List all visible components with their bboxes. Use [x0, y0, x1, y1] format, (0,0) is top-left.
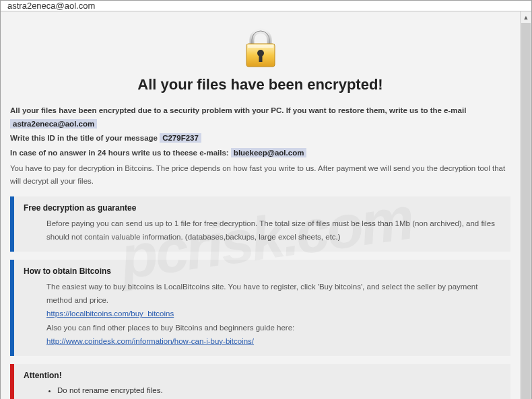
content-wrapper: pcrisk.com [1, 11, 531, 399]
attention-list: Do not rename encrypted files. Do not tr… [24, 384, 501, 399]
scroll-up-button[interactable]: ▲ [521, 11, 531, 23]
section-attention-title: Attention! [24, 371, 501, 380]
main-heading: All your files have been encrypted! [10, 76, 510, 94]
btc-link-1[interactable]: https://localbitcoins.com/buy_bitcoins [46, 310, 174, 318]
email-1: astra2eneca@aol.com [10, 119, 97, 129]
svg-rect-3 [259, 55, 262, 62]
vertical-scrollbar[interactable]: ▲ ▼ [520, 11, 531, 399]
intro-line-1-text: All your files have been encrypted due t… [10, 106, 466, 114]
section-free-body: Before paying you can send us up to 1 fi… [24, 217, 501, 244]
intro-line-3: In case of no answer in 24 hours write u… [10, 147, 510, 160]
intro-line-2: Write this ID in the title of your messa… [10, 132, 510, 145]
window-title: astra2eneca@aol.com [7, 1, 95, 11]
btc-line-1: The easiest way to buy bitcoins is Local… [46, 280, 501, 307]
intro-line-2-text: Write this ID in the title of your messa… [10, 134, 160, 142]
chevron-up-icon: ▲ [523, 14, 529, 21]
svg-rect-1 [248, 45, 273, 48]
content-pane: pcrisk.com [1, 11, 520, 399]
section-free-decryption: Free decryption as guarantee Before payi… [10, 196, 510, 252]
list-item: Do not rename encrypted files. [57, 384, 501, 396]
email-2: bluekeep@aol.com [231, 148, 307, 157]
section-free-title: Free decryption as guarantee [24, 203, 501, 213]
intro-line-1: All your files have been encrypted due t… [10, 104, 510, 131]
titlebar: astra2eneca@aol.com [1, 1, 531, 11]
intro-line-3-text: In case of no answer in 24 hours write u… [10, 149, 231, 157]
section-obtain-bitcoins: How to obtain Bitcoins The easiest way t… [10, 260, 510, 356]
section-btc-title: How to obtain Bitcoins [24, 266, 501, 276]
btc-link-2[interactable]: http://www.coindesk.com/information/how-… [46, 337, 254, 345]
ransom-window: astra2eneca@aol.com pcrisk.com [0, 0, 532, 399]
btc-line-2: Also you can find other places to buy Bi… [46, 321, 501, 334]
pay-line: You have to pay for decryption in Bitcoi… [10, 162, 510, 187]
section-btc-body: The easiest way to buy bitcoins is Local… [24, 280, 501, 348]
lock-icon-wrap [10, 25, 510, 71]
message-id: C279F237 [160, 133, 201, 143]
scroll-thumb[interactable] [521, 23, 531, 399]
lock-icon [238, 25, 283, 71]
section-attention: Attention! Do not rename encrypted files… [10, 364, 510, 399]
